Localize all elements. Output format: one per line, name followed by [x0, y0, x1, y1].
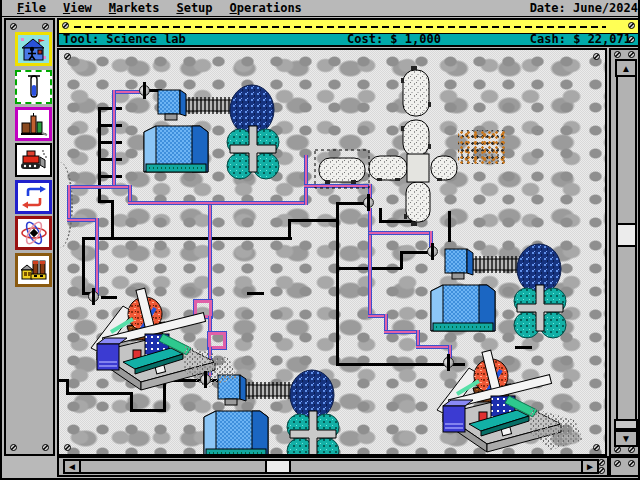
pipe-segment	[130, 409, 166, 412]
atom-icon	[20, 220, 48, 246]
valve[interactable]	[443, 357, 454, 368]
factory-icon	[19, 257, 48, 283]
pipe-segment	[98, 175, 122, 178]
pipe-segment	[98, 107, 122, 110]
screw	[10, 444, 17, 451]
screw	[614, 51, 621, 58]
pipe-segment	[98, 124, 122, 127]
scroll-up-button[interactable]: ▲	[615, 59, 637, 77]
menu-operations[interactable]: Operations	[230, 1, 302, 15]
pipe-segment	[67, 185, 132, 189]
pipe-segment	[98, 158, 122, 161]
screw	[62, 22, 69, 29]
pipe-segment	[384, 330, 420, 334]
horizontal-scroll-thumb[interactable]	[265, 459, 291, 474]
screw	[614, 446, 621, 453]
valve[interactable]	[88, 291, 99, 302]
map-canvas[interactable]	[59, 50, 605, 454]
tool-button-recycle[interactable]	[15, 180, 52, 214]
drill-rig[interactable]	[89, 286, 239, 398]
pipe-stub	[247, 292, 264, 295]
banner-dashed-line	[74, 26, 606, 28]
screw	[628, 460, 635, 467]
cost-label: Cost: $ 1,000	[347, 34, 441, 45]
tool-button-factory[interactable]	[15, 253, 52, 287]
map-panel	[57, 48, 607, 456]
date-label: Date: June/2024	[530, 1, 640, 15]
vertical-scroll-track[interactable]	[616, 76, 637, 422]
menu-bar: File View Markets Setup Operations Date:…	[2, 0, 640, 16]
arrow-left-icon: ◄	[67, 461, 77, 472]
scroll-track-end	[614, 419, 638, 430]
menu-view[interactable]: View	[63, 1, 92, 15]
screw	[628, 51, 635, 58]
menu-markets[interactable]: Markets	[109, 1, 160, 15]
scroll-left-button[interactable]: ◄	[63, 459, 81, 474]
horizontal-scroll-track[interactable]	[81, 459, 581, 474]
tool-button-science-lab[interactable]	[15, 70, 52, 104]
vertical-scroll-thumb[interactable]	[616, 223, 637, 247]
tool-button-refinery[interactable]	[15, 107, 52, 141]
status-bar: Tool: Science lab Cost: $ 1,000 Cash: $ …	[59, 33, 638, 45]
scroll-down-button[interactable]: ▼	[614, 430, 638, 447]
arrow-up-icon: ▲	[621, 63, 631, 74]
pipe-segment	[304, 155, 308, 205]
drill-rig[interactable]	[435, 348, 585, 454]
tool-palette	[4, 18, 55, 456]
pipe-segment	[98, 141, 122, 144]
home-icon	[19, 36, 48, 62]
screw	[42, 23, 49, 30]
menu-file[interactable]: File	[17, 1, 46, 15]
vertical-scrollbar: ▲ ▼	[609, 48, 640, 456]
ore-noise-field	[458, 130, 506, 164]
screw	[64, 53, 71, 60]
screw	[628, 22, 635, 29]
screw	[593, 53, 600, 60]
test-tube-icon	[19, 73, 48, 101]
bulldozer-icon	[19, 147, 48, 173]
scroll-right-button[interactable]: ►	[581, 459, 599, 474]
valve[interactable]	[200, 374, 211, 385]
arrow-down-icon: ▼	[621, 433, 631, 444]
horizontal-scrollbar: ◄ ►	[57, 456, 609, 477]
screw	[628, 446, 635, 453]
valve[interactable]	[363, 197, 374, 208]
valve[interactable]	[427, 246, 438, 257]
pipe-segment	[67, 185, 71, 220]
cash-label: Cash: $ 22,071	[530, 34, 631, 45]
pipe-segment	[288, 219, 291, 240]
screw	[614, 460, 621, 467]
scrollbar-corner	[609, 456, 640, 477]
game-window: File View Markets Setup Operations Date:…	[0, 0, 640, 480]
pipe-segment	[82, 237, 292, 240]
tool-button-reactor[interactable]	[15, 216, 52, 250]
tool-button-home[interactable]	[15, 32, 52, 66]
screw	[10, 23, 17, 30]
tool-label: Tool: Science lab	[63, 34, 186, 45]
pipe-segment	[95, 218, 99, 296]
screw	[64, 444, 71, 451]
toolbar-panel: Tool: Science lab Cost: $ 1,000 Cash: $ …	[57, 18, 640, 47]
refinery-icon	[19, 111, 48, 137]
valve[interactable]	[139, 85, 150, 96]
arrow-right-icon: ►	[585, 461, 595, 472]
recycle-arrows-icon	[20, 184, 48, 210]
pipe-segment	[112, 90, 116, 188]
pump-station[interactable]	[142, 80, 292, 180]
tool-button-bulldozer[interactable]	[15, 143, 52, 177]
pipe-segment	[82, 237, 85, 294]
screw	[598, 467, 605, 474]
screw	[628, 36, 635, 43]
pipe-segment	[336, 363, 448, 366]
menu-setup[interactable]: Setup	[176, 1, 212, 15]
pipe-segment	[111, 200, 114, 240]
pipe-segment	[128, 201, 308, 205]
screw	[593, 444, 600, 451]
screw	[598, 459, 605, 466]
pump-station[interactable]	[429, 239, 579, 339]
screw	[42, 444, 49, 451]
pipe-segment	[369, 231, 433, 235]
